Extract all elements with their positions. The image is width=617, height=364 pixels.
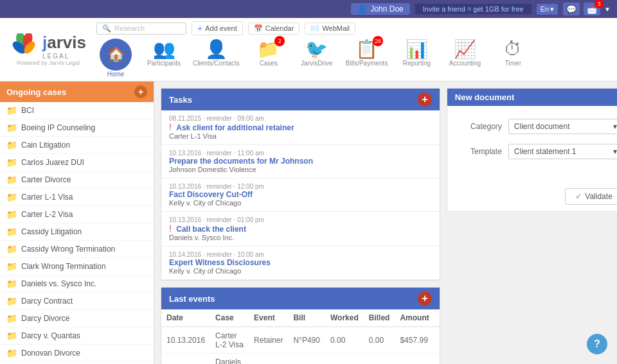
sidebar-item[interactable]: 📁BCI [0, 102, 154, 119]
language-selector[interactable]: En ▾ [537, 4, 558, 15]
plus-icon: + [197, 23, 202, 33]
chevron-down-icon: ▾ [550, 5, 554, 13]
task-title[interactable]: Ask client for additional retainer [176, 123, 294, 132]
sidebar-item[interactable]: 📁Carlos Juarez DUI [0, 154, 154, 171]
check-icon: ✓ [575, 192, 582, 201]
case-name: Carter Divorce [21, 175, 71, 184]
task-item: 10.13.2016 · reminder · 11:00 am Prepare… [161, 145, 440, 178]
table-cell: N°P489 [288, 354, 325, 365]
top-bar-arrow[interactable]: ▼ [604, 6, 611, 13]
tasks-panel: Tasks + 08.21.2015 · reminder · 09:00 am… [161, 88, 440, 281]
user-menu[interactable]: 👤 John Doe [351, 3, 409, 15]
nav-reporting-label: Reporting [403, 60, 431, 67]
case-name: Cassidy Litigation [21, 227, 82, 236]
new-document-panel: New document Category Client document ▾ … [447, 88, 617, 212]
nav-bills[interactable]: 📋 26 Bills/Payments [346, 39, 388, 78]
folder-icon: 📁 [6, 313, 17, 324]
case-name: Carter L-2 Visa [21, 210, 73, 219]
sidebar-item[interactable]: 📁Cassidy Litigation [0, 223, 154, 241]
task-case: Daniels v. Sysco Inc. [169, 234, 432, 241]
sidebar-item[interactable]: 📁Darcy v. Quantas [0, 327, 154, 345]
warning-icon: ! [169, 122, 172, 132]
calendar-button[interactable]: 📅 Calendar [248, 22, 300, 35]
task-case: Carter L-1 Visa [169, 132, 432, 140]
last-events-title: Last events [169, 294, 215, 304]
webmail-button[interactable]: ✉️ WebMail [305, 22, 355, 35]
sidebar-item[interactable]: 📁Carter L-1 Visa [0, 189, 154, 206]
category-value: Client document [514, 122, 570, 131]
validate-button[interactable]: ✓ Validate [565, 188, 617, 205]
nav-timer[interactable]: ⏱ Timer [494, 39, 532, 78]
case-name: Boeing IP Counseling [21, 123, 95, 132]
case-name: Cassidy Wrong Termination [21, 245, 115, 254]
sidebar-add-button[interactable]: + [134, 85, 147, 98]
folder-icon: 📁 [6, 279, 17, 289]
events-column-header: Amount [395, 309, 439, 327]
task-title[interactable]: Prepare the documents for Mr Johnson [169, 157, 313, 166]
category-row: Category Client document ▾ [457, 119, 617, 134]
notifications-icon[interactable]: 📩 3 [584, 3, 600, 15]
help-button[interactable]: ? [587, 334, 607, 354]
task-item: 10.13.2016 · reminder · 01:00 pm ! Call … [161, 212, 440, 247]
validate-label: Validate [585, 192, 612, 201]
logo-area: jarvis LEGAL Powered by Jarvis Legal [10, 33, 87, 66]
sidebar-item[interactable]: 📁Donovan Divorce [0, 345, 154, 362]
sidebar-item[interactable]: 📁Carter Divorce [0, 171, 154, 189]
nav-reporting[interactable]: 📊 Reporting [397, 39, 436, 78]
warning-icon: ! [169, 223, 172, 234]
nav-participants[interactable]: 👥 Participants [145, 39, 183, 78]
nav-home[interactable]: 🏠 Home [96, 39, 135, 78]
search-icon: 🔍 [102, 24, 111, 33]
header: jarvis LEGAL Powered by Jarvis Legal 🔍 R… [0, 18, 617, 82]
sidebar-item[interactable]: 📁Daniels vs. Sysco Inc. [0, 275, 154, 293]
table-cell: $175.00 [395, 354, 439, 365]
sidebar-item[interactable]: 📁Clark Wrong Termination [0, 258, 154, 275]
task-title[interactable]: Call back the client [176, 225, 246, 234]
nav-clients[interactable]: 👤 Clients/Contacts [193, 39, 240, 78]
accounting-icon: 📈 [454, 39, 476, 60]
header-actions: 🔍 Research + Add event 📅 Calendar ✉️ Web… [96, 21, 607, 35]
sidebar-item[interactable]: 📁Darcy Contract [0, 293, 154, 310]
content-area: Tasks + 08.21.2015 · reminder · 09:00 am… [154, 82, 617, 364]
table-cell: $457.99 [395, 327, 439, 354]
category-select[interactable]: Client document ▾ [508, 119, 617, 134]
table-row[interactable]: 10.13.2016Carter L-2 VisaRetainerN°P4900… [161, 327, 440, 354]
events-add-button[interactable]: + [418, 291, 432, 306]
folder-icon: 📁 [6, 157, 17, 168]
sidebar-item[interactable]: 📁Boeing IP Counseling [0, 119, 154, 137]
events-table: DateCaseEventBillWorkedBilledAmount 10.1… [161, 309, 440, 364]
events-column-header: Worked [325, 309, 364, 327]
add-event-button[interactable]: + Add event [192, 21, 243, 35]
sidebar-items-container: 📁BCI📁Boeing IP Counseling📁Cain Litigatio… [0, 102, 154, 364]
sidebar-item[interactable]: 📁Cain Litigation [0, 137, 154, 154]
nav-jarvisdrive[interactable]: 🐦 JarvisDrive [298, 39, 336, 78]
search-box[interactable]: 🔍 Research [96, 22, 186, 35]
nav-accounting-label: Accounting [449, 60, 481, 67]
task-title[interactable]: Expert Witness Disclosures [169, 258, 271, 267]
events-column-header: Case [210, 309, 249, 327]
task-meta: 10.13.2016 · reminder · 11:00 am [169, 150, 432, 157]
nav-cases[interactable]: 📁 2 Cases [249, 39, 288, 78]
sidebar-item[interactable]: 📁Darcy Divorce [0, 310, 154, 327]
template-row: Template Client statement 1 ▾ [457, 144, 617, 159]
events-table-head: DateCaseEventBillWorkedBilledAmount [161, 309, 440, 327]
envelope-icon: ✉️ [310, 24, 319, 33]
logo-icon [10, 33, 39, 59]
table-cell: 0.00 [364, 327, 395, 354]
chat-icon[interactable]: 💬 [563, 3, 580, 15]
folder-icon: 📁 [6, 261, 17, 272]
top-bar: 👤 John Doe Invite a friend = get 1GB for… [0, 0, 617, 18]
task-title-row: Expert Witness Disclosures [169, 258, 432, 267]
sidebar-item[interactable]: 📁Carter L-2 Visa [0, 206, 154, 223]
logo-legal: LEGAL [42, 53, 86, 60]
nav-accounting[interactable]: 📈 Accounting [445, 39, 484, 78]
folder-icon: 📁 [6, 123, 17, 133]
task-title[interactable]: Fact Discovery Cut-Off [169, 190, 253, 199]
tasks-add-button[interactable]: + [418, 92, 432, 107]
sidebar-item[interactable]: 📁Cassidy Wrong Termination [0, 241, 154, 258]
nav-jarvisdrive-label: JarvisDrive [301, 60, 332, 67]
last-events-panel: Last events + DateCaseEventBillWorkedBil… [161, 287, 440, 364]
template-select[interactable]: Client statement 1 ▾ [508, 144, 617, 159]
table-row[interactable]: 10.13.2016Daniels vs. Sysco Inc.Retainer… [161, 354, 440, 365]
task-title-row: Prepare the documents for Mr Johnson [169, 157, 432, 166]
